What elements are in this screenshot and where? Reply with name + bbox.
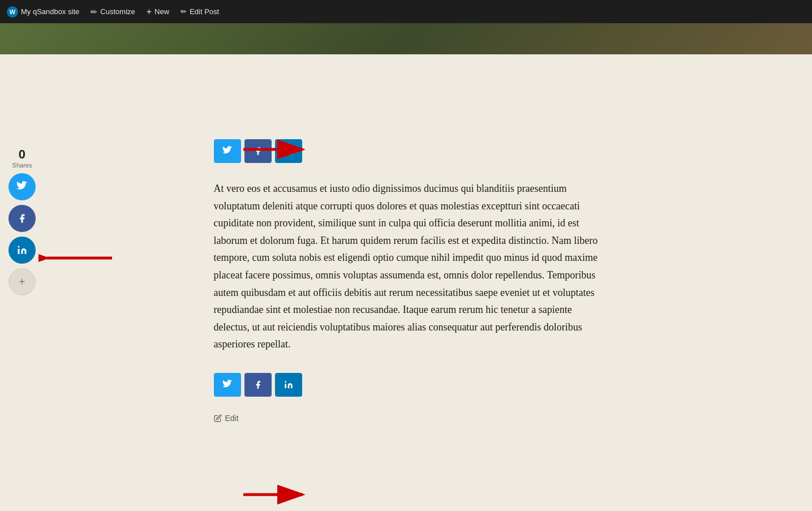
edit-pencil-icon	[214, 414, 222, 422]
customize-label: Customize	[100, 7, 135, 16]
bottom-linkedin-button[interactable]	[275, 373, 302, 397]
new-label: New	[154, 7, 169, 16]
sidebar-facebook-button[interactable]	[8, 205, 36, 232]
bottom-twitter-icon	[222, 380, 233, 390]
arrow-bottom-indicator	[243, 483, 311, 508]
admin-bar-new[interactable]: + New	[147, 7, 169, 17]
sidebar-linkedin-button[interactable]	[8, 237, 36, 264]
bottom-facebook-icon	[254, 380, 263, 389]
site-name-label: My qSandbox site	[21, 7, 79, 16]
page-wrapper: 0 Shares +	[0, 54, 812, 511]
pencil-icon: ✏	[91, 7, 97, 16]
hero-image	[0, 23, 812, 54]
share-label: Shares	[12, 162, 32, 169]
edit-link-label: Edit	[225, 414, 239, 423]
share-count-block: 0 Shares	[12, 147, 32, 169]
top-twitter-button[interactable]	[214, 139, 241, 163]
admin-bar-edit-post[interactable]: ✏ Edit Post	[181, 7, 219, 16]
plus-icon: +	[147, 7, 152, 17]
admin-bar: W My qSandbox site ✏ Customize + New ✏ E…	[0, 0, 812, 23]
content-area: At vero eos et accusamus et iusto odio d…	[203, 139, 610, 423]
red-arrow-top	[243, 138, 311, 161]
edit-link[interactable]: Edit	[214, 414, 599, 423]
article-body: At vero eos et accusamus et iusto odio d…	[214, 180, 599, 353]
red-arrow-bottom	[243, 483, 311, 506]
bottom-twitter-button[interactable]	[214, 373, 241, 397]
wp-logo: W	[7, 6, 18, 18]
top-twitter-icon	[222, 146, 233, 156]
red-arrow-middle	[38, 247, 112, 269]
linkedin-icon	[17, 245, 27, 255]
twitter-icon	[16, 181, 28, 192]
bottom-facebook-button[interactable]	[244, 373, 272, 397]
edit-post-label: Edit Post	[190, 7, 219, 16]
arrow-middle-indicator	[38, 247, 112, 272]
more-icon: +	[19, 276, 25, 289]
admin-bar-customize[interactable]: ✏ Customize	[91, 7, 135, 16]
bottom-share-buttons	[214, 373, 599, 397]
edit-icon: ✏	[181, 7, 187, 16]
facebook-icon	[17, 213, 27, 224]
sidebar-twitter-button[interactable]	[8, 173, 36, 200]
bottom-linkedin-icon	[284, 380, 293, 389]
svg-point-8	[285, 381, 286, 383]
admin-bar-site[interactable]: W My qSandbox site	[7, 6, 79, 18]
sidebar-social: 0 Shares +	[8, 147, 36, 295]
arrow-top-indicator	[243, 138, 311, 163]
sidebar-more-button[interactable]: +	[8, 268, 36, 295]
share-number: 0	[12, 147, 32, 162]
svg-point-0	[18, 246, 20, 248]
